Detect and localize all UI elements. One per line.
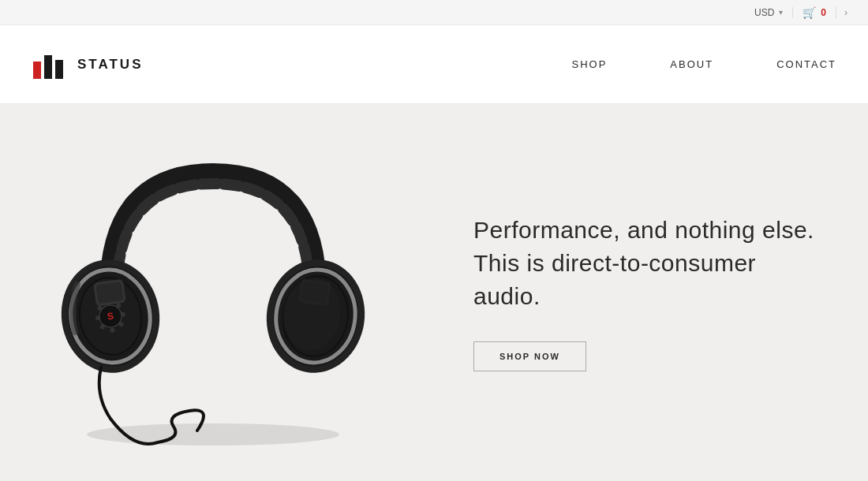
hero-content: Performance, and nothing else. This is d…	[473, 214, 821, 371]
hero-image-area: S	[0, 104, 426, 481]
main-header: STATUS SHOP ABOUT CONTACT	[0, 25, 868, 104]
shop-now-button[interactable]: SHOP NOW	[473, 341, 586, 371]
utility-arrow[interactable]: ›	[836, 7, 855, 18]
hero-headline-line2: This is direct-to-consumer audio.	[473, 250, 756, 309]
nav-item-about[interactable]: ABOUT	[670, 58, 713, 70]
hero-headline-line1: Performance, and nothing else.	[473, 217, 814, 243]
svg-rect-0	[33, 65, 41, 79]
svg-rect-26	[95, 282, 123, 304]
hero-headline: Performance, and nothing else. This is d…	[473, 214, 821, 313]
currency-chevron: ▾	[779, 8, 783, 17]
currency-label: USD	[754, 7, 774, 18]
logo-area[interactable]: STATUS	[32, 47, 143, 82]
nav-item-shop[interactable]: SHOP	[571, 58, 607, 70]
cart-section[interactable]: 🛒 0	[793, 6, 836, 19]
logo-text: STATUS	[77, 57, 143, 73]
cart-count: 0	[821, 7, 826, 18]
svg-rect-1	[44, 55, 52, 79]
utility-bar-inner: USD ▾ 🛒 0 ›	[745, 6, 855, 19]
cart-icon: 🛒	[803, 6, 816, 19]
utility-bar: USD ▾ 🛒 0 ›	[0, 0, 868, 25]
hero-section: S Perf	[0, 104, 868, 481]
currency-selector[interactable]: USD ▾	[745, 7, 793, 18]
svg-rect-2	[55, 60, 63, 79]
logo-svg	[32, 47, 66, 82]
nav-item-contact[interactable]: CONTACT	[776, 58, 836, 70]
headphones-illustration: S	[32, 127, 395, 458]
main-nav: SHOP ABOUT CONTACT	[571, 58, 836, 70]
svg-rect-3	[33, 62, 41, 65]
